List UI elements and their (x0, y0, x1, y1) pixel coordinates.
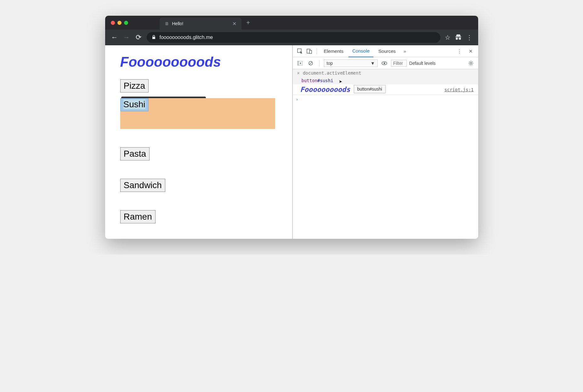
forward-button[interactable]: → (123, 33, 130, 42)
live-expression-icon[interactable] (380, 59, 388, 67)
food-button-pizza[interactable]: Pizza (120, 79, 149, 92)
svg-rect-2 (309, 50, 312, 53)
file-icon: 🗎 (165, 21, 169, 26)
address-bar[interactable]: fooooooooods.glitch.me (147, 32, 440, 43)
url-text: fooooooooods.glitch.me (160, 35, 213, 40)
page-content: Fooooooooods Pizza button#sushi | 73.66 … (105, 45, 292, 239)
devtools-panel: Elements Console Sources » ⋮ ✕ (292, 45, 478, 239)
source-link[interactable]: script.js:1 (444, 87, 474, 92)
window-close-button[interactable] (111, 21, 115, 25)
tab-console[interactable]: Console (348, 45, 373, 57)
window-titlebar: 🗎 Hello! ✕ + (105, 16, 478, 30)
food-button-sushi[interactable]: Sushi (120, 98, 149, 111)
close-icon[interactable]: × (297, 70, 300, 76)
more-tabs-icon[interactable]: » (401, 47, 409, 55)
highlighted-element-container: Sushi (120, 98, 277, 129)
console-prompt[interactable]: › (293, 95, 478, 104)
console-body[interactable]: × document.activeElement button#sushi ➤ … (293, 69, 478, 239)
device-toggle-icon[interactable] (305, 47, 314, 55)
new-tab-button[interactable]: + (246, 19, 250, 26)
reload-button[interactable]: ⟳ (135, 33, 142, 42)
svg-point-8 (383, 62, 385, 64)
eager-evaluation-line: × document.activeElement (293, 69, 478, 77)
filter-input[interactable] (391, 60, 407, 67)
food-button-pasta[interactable]: Pasta (120, 147, 150, 160)
svg-rect-4 (297, 61, 299, 65)
page-title: Fooooooooods (120, 54, 277, 70)
inspect-element-icon[interactable] (296, 47, 304, 55)
svg-point-9 (470, 62, 472, 64)
tab-sources[interactable]: Sources (375, 45, 399, 57)
devtools-close-icon[interactable]: ✕ (467, 47, 475, 55)
devtools-menu-icon[interactable]: ⋮ (456, 47, 464, 55)
back-button[interactable]: ← (111, 33, 118, 42)
context-selector[interactable]: top ▼ (324, 59, 378, 67)
devtools-tab-bar: Elements Console Sources » ⋮ ✕ (293, 45, 478, 57)
chevron-down-icon: ▼ (371, 61, 375, 66)
menu-icon[interactable]: ⋮ (466, 34, 473, 41)
browser-tab[interactable]: 🗎 Hello! ✕ (160, 18, 241, 30)
tab-elements[interactable]: Elements (320, 45, 348, 57)
incognito-icon[interactable] (455, 33, 462, 42)
lock-icon (152, 35, 156, 40)
tab-title: Hello! (172, 21, 184, 26)
window-minimize-button[interactable] (117, 21, 122, 25)
food-button-ramen[interactable]: Ramen (120, 210, 156, 223)
bookmark-icon[interactable]: ☆ (445, 34, 450, 41)
console-sidebar-toggle-icon[interactable] (296, 59, 304, 67)
close-tab-icon[interactable]: ✕ (232, 21, 236, 27)
browser-toolbar: ← → ⟳ fooooooooods.glitch.me ☆ ⋮ (105, 30, 478, 45)
window-maximize-button[interactable] (124, 21, 128, 25)
food-button-sandwich[interactable]: Sandwich (120, 179, 165, 192)
cursor-icon: ➤ (339, 78, 342, 85)
console-settings-icon[interactable] (467, 59, 475, 67)
console-toolbar: top ▼ Default levels (293, 57, 478, 69)
hover-tooltip: button#sushi (354, 85, 386, 93)
log-levels-selector[interactable]: Default levels (409, 61, 436, 66)
clear-console-icon[interactable] (307, 59, 315, 67)
svg-line-6 (309, 62, 312, 64)
eager-evaluation-result[interactable]: button#sushi (293, 77, 478, 84)
